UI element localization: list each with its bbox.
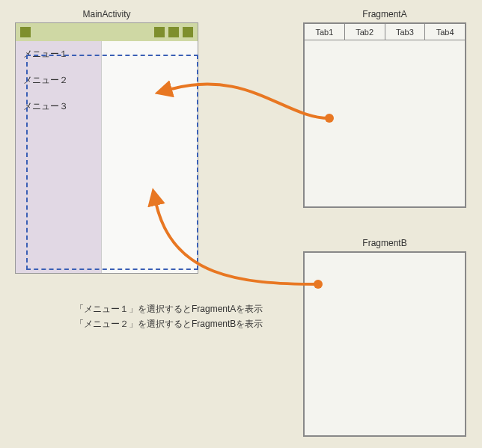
main-activity-window: メニュー１ メニュー２ メニュー３ <box>15 22 198 274</box>
fragment-a-tabs: Tab1 Tab2 Tab3 Tab4 <box>305 24 465 40</box>
toolbar-logo-icon <box>20 27 31 37</box>
main-toolbar <box>16 23 198 41</box>
tab-4[interactable]: Tab4 <box>425 24 465 40</box>
toolbar-action1-icon[interactable] <box>154 27 165 37</box>
menu-item-3[interactable]: メニュー３ <box>16 93 101 120</box>
menu-item-1[interactable]: メニュー１ <box>16 41 101 67</box>
main-body: メニュー１ メニュー２ メニュー３ <box>16 41 198 273</box>
toolbar-action3-icon[interactable] <box>183 27 193 37</box>
fragment-a-title: FragmentA <box>303 9 466 19</box>
fragment-b-window <box>303 251 466 437</box>
tab-1[interactable]: Tab1 <box>305 24 345 40</box>
fragment-a-window: Tab1 Tab2 Tab3 Tab4 <box>303 22 466 208</box>
tab-2[interactable]: Tab2 <box>345 24 385 40</box>
menu-panel: メニュー１ メニュー２ メニュー３ <box>16 41 102 273</box>
caption-2: 「メニュー２」を選択するとFragmentBを表示 <box>75 318 263 331</box>
caption-1: 「メニュー１」を選択するとFragmentAを表示 <box>75 303 263 316</box>
fragment-content-area <box>102 41 198 273</box>
menu-item-2[interactable]: メニュー２ <box>16 67 101 93</box>
toolbar-action2-icon[interactable] <box>168 27 179 37</box>
fragment-b-title: FragmentB <box>303 238 466 248</box>
tab-3[interactable]: Tab3 <box>385 24 426 40</box>
main-activity-title: MainActivity <box>15 9 198 19</box>
